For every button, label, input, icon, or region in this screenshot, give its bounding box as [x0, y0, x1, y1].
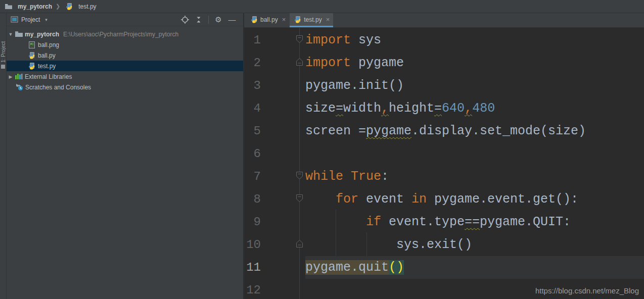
line-number[interactable]: 7: [244, 165, 261, 188]
close-icon[interactable]: ×: [282, 17, 286, 23]
collapse-all-icon[interactable]: [195, 16, 203, 24]
fold-marker-down-icon[interactable]: [296, 171, 303, 182]
project-panel-title[interactable]: Project: [21, 16, 40, 23]
code-text: for event in pygame.event.get():: [305, 188, 578, 211]
line-number[interactable]: 8: [244, 188, 261, 211]
code-text: sys.exit(): [305, 233, 472, 256]
tree-item-scratches-and-consoles[interactable]: Scratches and Consoles: [7, 82, 243, 92]
collapsed-arrow-icon[interactable]: ▶: [8, 74, 13, 79]
project-stripe-button[interactable]: 1: Project: [1, 27, 6, 63]
breadcrumb-project[interactable]: my_pytorch: [18, 3, 52, 10]
code-token: for: [336, 192, 358, 207]
tree-item-path: E:\Users\aoc\PycharmProjects\my_pytorch: [63, 31, 178, 38]
code-token: sys: [351, 33, 381, 47]
project-tree: ▼my_pytorchE:\Users\aoc\PycharmProjects\…: [7, 29, 243, 92]
line-number[interactable]: 12: [244, 279, 261, 299]
code-line-7[interactable]: 7while True:: [244, 165, 644, 188]
code-token: pygame.event.get():: [427, 192, 578, 207]
code-line-8[interactable]: 8 for event in pygame.event.get():: [244, 188, 644, 211]
gear-icon[interactable]: ⚙: [214, 16, 222, 24]
code-token: ,: [381, 101, 389, 116]
code-line-10[interactable]: 10 sys.exit(): [244, 233, 644, 256]
code-line-9[interactable]: 9 if event.type==pygame.QUIT:: [244, 211, 644, 233]
code-line-4[interactable]: 4size=width,height=640,480: [244, 97, 644, 120]
python-icon: [294, 16, 301, 23]
tree-item-my-pytorch[interactable]: ▼my_pytorchE:\Users\aoc\PycharmProjects\…: [7, 29, 243, 39]
tab-label: test.py: [304, 16, 321, 23]
code-token: pygame.QUIT:: [480, 215, 571, 229]
code-token: [305, 215, 366, 229]
line-number[interactable]: 1: [244, 29, 261, 52]
tree-item-label: test.py: [38, 63, 56, 70]
code-token: width: [343, 101, 381, 116]
close-icon[interactable]: ×: [326, 17, 330, 23]
tab-test-py[interactable]: test.py×: [290, 13, 333, 27]
line-number[interactable]: 11: [244, 256, 261, 279]
breadcrumb-file[interactable]: test.py: [78, 3, 96, 10]
editor: ball.py×test.py× https://blog.csdn.net/m…: [244, 13, 644, 299]
code-text: while True:: [305, 165, 389, 188]
code-token: pygame.quit: [305, 260, 389, 275]
code-token: screen =: [305, 124, 366, 138]
code-line-2[interactable]: 2import pygame: [244, 52, 644, 74]
code-text: size=width,height=640,480: [305, 97, 495, 120]
code-text: if event.type==pygame.QUIT:: [305, 211, 571, 233]
code-token: =: [434, 101, 442, 116]
fold-marker-up-icon[interactable]: [296, 58, 303, 69]
fold-marker-down-icon[interactable]: [296, 194, 303, 205]
code-text: pygame.quit(): [305, 256, 404, 279]
tree-item-label: ball.py: [38, 52, 56, 59]
tab-ball-py[interactable]: ball.py×: [246, 13, 289, 27]
tool-window-strip: 1: Project: [0, 13, 7, 299]
chevron-down-icon[interactable]: ▾: [45, 17, 48, 22]
python-icon: [65, 3, 73, 11]
line-number[interactable]: 5: [244, 120, 261, 142]
code-token: import: [305, 33, 351, 47]
minimize-icon[interactable]: —: [228, 16, 236, 24]
crosshair-icon[interactable]: [181, 16, 189, 24]
code-token: [343, 169, 351, 184]
tree-item-external-libraries[interactable]: ▶External Libraries: [7, 71, 243, 82]
chevron-right-icon: ❯: [55, 3, 61, 10]
expanded-arrow-icon[interactable]: ▼: [8, 32, 13, 37]
code-token: pygame.init(): [305, 78, 404, 93]
code-token: in: [411, 192, 427, 207]
code-line-1[interactable]: 1import sys: [244, 29, 644, 52]
line-number[interactable]: 4: [244, 97, 261, 120]
folder-icon: [15, 30, 23, 38]
line-number[interactable]: 6: [244, 142, 261, 165]
line-number[interactable]: 9: [244, 211, 261, 233]
code-token: pygame: [351, 56, 404, 70]
tool-window-icon: [1, 65, 5, 69]
fold-marker-down-icon[interactable]: [296, 35, 303, 46]
tree-item-label: my_pytorch: [25, 31, 59, 38]
code-line-5[interactable]: 5screen =pygame.display.set_mode(size): [244, 120, 644, 142]
code-token: 480: [472, 101, 495, 116]
code-token: size: [305, 101, 336, 116]
code-line-11[interactable]: 11pygame.quit(): [244, 256, 644, 279]
code-editor[interactable]: https://blog.csdn.net/mez_Blog 1import s…: [244, 28, 644, 299]
project-window-icon: [11, 16, 18, 23]
project-panel: Project ▾ ⚙ — ▼my_pytorchE:\Users\aoc\Py…: [7, 13, 243, 299]
tree-item-label: Scratches and Consoles: [25, 84, 91, 91]
breadcrumb: my_pytorch ❯ test.py: [0, 0, 644, 13]
code-token: ==: [465, 215, 480, 229]
code-token: (): [389, 260, 404, 275]
line-number[interactable]: 10: [244, 233, 261, 256]
code-token: :: [381, 169, 389, 184]
line-number[interactable]: 2: [244, 52, 261, 74]
tree-item-ball-png[interactable]: ball.png: [7, 39, 243, 50]
code-token: True: [351, 169, 381, 184]
code-line-12[interactable]: 12: [244, 279, 644, 299]
tree-item-label: ball.png: [38, 41, 59, 48]
code-text: import sys: [305, 29, 381, 52]
code-text: import pygame: [305, 52, 404, 74]
python-icon: [28, 52, 36, 60]
line-number[interactable]: 3: [244, 74, 261, 97]
tree-item-ball-py[interactable]: ball.py: [7, 50, 243, 61]
code-line-6[interactable]: 6: [244, 142, 644, 165]
code-token: 640: [442, 101, 465, 116]
tree-item-test-py[interactable]: test.py: [7, 61, 243, 71]
code-line-3[interactable]: 3pygame.init(): [244, 74, 644, 97]
fold-marker-up-icon[interactable]: [296, 239, 303, 251]
